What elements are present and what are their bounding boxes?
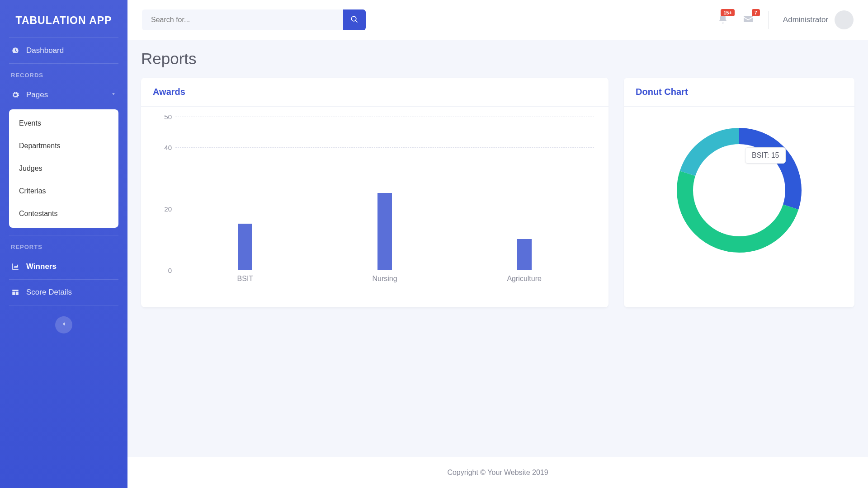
user-name: Administrator — [783, 15, 828, 24]
sidebar-item-label: Dashboard — [26, 46, 64, 55]
donut-tooltip: BSIT: 15 — [745, 147, 786, 164]
awards-card-body: 0204050BSITNursingAgriculture — [141, 107, 609, 307]
bar[interactable] — [238, 224, 252, 270]
awards-card-header: Awards — [141, 78, 609, 107]
footer-text: Copyright © Your Website 2019 — [447, 469, 548, 477]
footer: Copyright © Your Website 2019 — [127, 457, 868, 488]
donut-card-body: BSIT: 15 — [624, 107, 854, 270]
x-label: BSIT — [175, 275, 315, 283]
sidebar-heading-reports: REPORTS — [0, 235, 127, 254]
search-form — [142, 9, 366, 30]
x-label: Agriculture — [454, 275, 594, 283]
app-brand[interactable]: TABULATION APP — [0, 0, 127, 38]
user-menu[interactable]: Administrator — [783, 10, 854, 29]
submenu-item-criterias[interactable]: Criterias — [9, 180, 118, 202]
bar[interactable] — [377, 193, 392, 270]
sidebar-item-winners[interactable]: Winners — [0, 254, 127, 279]
donut-card-header: Donut Chart — [624, 78, 854, 107]
cards-row: Awards 0204050BSITNursingAgriculture Don… — [141, 78, 854, 307]
y-tick: 40 — [164, 144, 172, 151]
submenu-item-contestants[interactable]: Contestants — [9, 202, 118, 225]
chart-area-icon — [11, 262, 20, 271]
content: Reports Awards 0204050BSITNursingAgricul… — [127, 40, 868, 348]
sidebar-collapse-button[interactable] — [55, 316, 72, 333]
awards-card: Awards 0204050BSITNursingAgriculture — [141, 78, 609, 307]
pages-submenu: Events Departments Judges Criterias Cont… — [9, 109, 118, 228]
submenu-item-events[interactable]: Events — [9, 112, 118, 135]
donut-chart: BSIT: 15 — [669, 120, 809, 260]
y-tick: 50 — [164, 113, 172, 121]
y-tick: 20 — [164, 205, 172, 213]
bell-icon — [717, 18, 728, 26]
notifications-bell[interactable]: 15+ — [717, 14, 728, 26]
sidebar-item-pages[interactable]: Pages — [0, 82, 127, 108]
chevron-down-icon — [110, 90, 117, 99]
topbar-right: 15+ 7 Administrator — [717, 10, 854, 29]
messages-mail[interactable]: 7 — [743, 14, 754, 26]
search-icon — [350, 15, 359, 25]
envelope-icon — [743, 18, 754, 26]
sidebar-item-label: Score Details — [26, 288, 72, 297]
sidebar-item-label: Winners — [26, 262, 57, 271]
y-tick: 0 — [168, 267, 172, 274]
divider — [9, 305, 118, 305]
divider — [768, 11, 769, 29]
bell-badge: 15+ — [721, 9, 735, 16]
tachometer-icon — [11, 46, 20, 55]
submenu-item-departments[interactable]: Departments — [9, 135, 118, 157]
sidebar-item-score-details[interactable]: Score Details — [0, 280, 127, 305]
bar[interactable] — [517, 239, 532, 270]
table-icon — [11, 288, 20, 297]
gear-icon — [11, 90, 20, 99]
sidebar-item-label: Pages — [26, 90, 48, 99]
sidebar: TABULATION APP Dashboard RECORDS Pages E… — [0, 0, 127, 488]
avatar — [835, 10, 854, 29]
mail-badge: 7 — [752, 9, 760, 16]
sidebar-heading-records: RECORDS — [0, 64, 127, 82]
chevron-left-icon — [61, 321, 67, 329]
search-button[interactable] — [343, 9, 366, 30]
topbar: 15+ 7 Administrator — [127, 0, 868, 40]
sidebar-item-dashboard[interactable]: Dashboard — [0, 38, 127, 63]
x-label: Nursing — [315, 275, 455, 283]
search-input[interactable] — [142, 9, 343, 30]
submenu-item-judges[interactable]: Judges — [9, 157, 118, 180]
donut-card: Donut Chart BSIT: 15 — [624, 78, 854, 307]
page-title: Reports — [141, 50, 854, 68]
awards-bar-chart: 0204050BSITNursingAgriculture — [151, 117, 599, 297]
